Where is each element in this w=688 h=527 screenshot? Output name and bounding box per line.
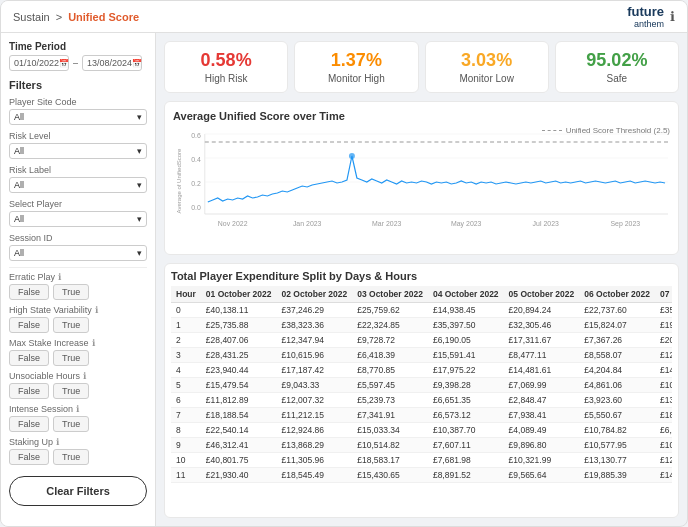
table-cell: £10,321.99 — [504, 453, 580, 468]
toggle-false-button[interactable]: False — [9, 284, 49, 300]
table-cell: £22,737.60 — [579, 303, 655, 318]
table-cell: £12,297.06 — [655, 453, 672, 468]
svg-point-17 — [349, 153, 355, 159]
table-cell: 5 — [171, 378, 201, 393]
toggle-false-button[interactable]: False — [9, 449, 49, 465]
table-row: 1£25,735.88£38,323.36£22,324.85£35,397.5… — [171, 318, 672, 333]
table-cell: £35,397.50 — [428, 318, 504, 333]
toggle-group-label: Max Stake Increase ℹ — [9, 338, 147, 348]
table-cell: £4,861.06 — [579, 378, 655, 393]
info-icon[interactable]: ℹ — [76, 404, 79, 414]
toggle-true-button[interactable]: True — [53, 449, 89, 465]
table-cell: £18,188.54 — [201, 408, 277, 423]
filter-select[interactable]: All ▾ — [9, 143, 147, 159]
table-cell: £12,924.86 — [277, 423, 353, 438]
breadcrumb-parent[interactable]: Sustain — [13, 11, 50, 23]
table-cell: £28,407.06 — [201, 333, 277, 348]
table-row: 10£40,801.75£11,305.96£18,583.17£7,681.9… — [171, 453, 672, 468]
table-cell: £2,848.47 — [504, 393, 580, 408]
chart-svg: 0.6 0.4 0.2 0.0 Nov 2022 Jan 2023 Mar — [173, 126, 670, 236]
table-cell: £10,514.82 — [352, 438, 428, 453]
table-cell: £46,312.41 — [201, 438, 277, 453]
table-cell: £17,311.67 — [504, 333, 580, 348]
clear-filters-button[interactable]: Clear Filters — [9, 476, 147, 506]
calendar-icon-2[interactable]: 📅 — [132, 59, 142, 68]
table-cell: £7,681.98 — [428, 453, 504, 468]
filter-select[interactable]: All ▾ — [9, 211, 147, 227]
logo: future anthem ℹ — [627, 4, 675, 29]
table-row: 3£28,431.25£10,615.96£6,418.39£15,591.41… — [171, 348, 672, 363]
table-cell: £19,885.39 — [579, 468, 655, 483]
kpi-label: Safe — [566, 73, 668, 84]
table-cell: £9,728.72 — [352, 333, 428, 348]
toggle-true-button[interactable]: True — [53, 350, 89, 366]
info-icon[interactable]: ℹ — [670, 9, 675, 24]
table-cell: £18,175.59 — [655, 408, 672, 423]
table-cell: £40,138.11 — [201, 303, 277, 318]
info-icon[interactable]: ℹ — [83, 371, 86, 381]
table-cell: £11,212.15 — [277, 408, 353, 423]
filter-select[interactable]: All ▾ — [9, 177, 147, 193]
toggle-false-button[interactable]: False — [9, 383, 49, 399]
table-cell: £21,930.40 — [201, 468, 277, 483]
toggle-group-label: Erratic Play ℹ — [9, 272, 147, 282]
table-cell: £7,938.41 — [504, 408, 580, 423]
calendar-icon[interactable]: 📅 — [59, 59, 69, 68]
table-cell: £9,398.28 — [428, 378, 504, 393]
date-range: 01/10/2022 📅 – 13/08/2024 📅 — [9, 55, 147, 71]
date-from-input[interactable]: 01/10/2022 📅 — [9, 55, 69, 71]
toggle-true-button[interactable]: True — [53, 317, 89, 333]
table-header: 02 October 2022 — [277, 286, 353, 303]
table-cell: £20,190.00 — [655, 333, 672, 348]
chart-legend: Unified Score Threshold (2.5) — [542, 126, 670, 135]
table-cell: £8,891.52 — [428, 468, 504, 483]
table-cell: 4 — [171, 363, 201, 378]
table-row: 8£22,540.14£12,924.86£15,033.34£10,387.7… — [171, 423, 672, 438]
svg-text:0.2: 0.2 — [191, 180, 201, 187]
date-to-input[interactable]: 13/08/2024 📅 — [82, 55, 142, 71]
toggle-true-button[interactable]: True — [53, 383, 89, 399]
table-cell: £17,187.42 — [277, 363, 353, 378]
table-row: 11£21,930.40£18,545.49£15,430.65£8,891.5… — [171, 468, 672, 483]
table-cell: £12,347.94 — [277, 333, 353, 348]
filter-select[interactable]: All ▾ — [9, 109, 147, 125]
table-row: 7£18,188.54£11,212.15£7,341.91£6,573.12£… — [171, 408, 672, 423]
kpi-card: 95.02% Safe — [555, 41, 679, 93]
time-period-label: Time Period — [9, 41, 147, 52]
svg-text:May 2023: May 2023 — [451, 220, 482, 228]
toggle-true-button[interactable]: True — [53, 416, 89, 432]
table-cell: £11,812.89 — [201, 393, 277, 408]
info-icon[interactable]: ℹ — [56, 437, 59, 447]
info-icon[interactable]: ℹ — [92, 338, 95, 348]
table-cell: 10 — [171, 453, 201, 468]
toggle-true-button[interactable]: True — [53, 284, 89, 300]
kpi-value: 0.58% — [175, 50, 277, 71]
filter-group-label: Select Player — [9, 199, 147, 209]
table-row: 5£15,479.54£9,043.33£5,597.45£9,398.28£7… — [171, 378, 672, 393]
table-cell: £9,565.64 — [504, 468, 580, 483]
chevron-down-icon: ▾ — [137, 146, 142, 156]
main-content: 0.58% High Risk 1.37% Monitor High 3.03%… — [156, 33, 687, 526]
table-cell: £8,477.11 — [504, 348, 580, 363]
table-cell: £37,246.29 — [277, 303, 353, 318]
toggle-group: Intense Session ℹ False True — [9, 404, 147, 432]
table-cell: £5,239.73 — [352, 393, 428, 408]
table-cell: £25,735.88 — [201, 318, 277, 333]
toggle-false-button[interactable]: False — [9, 317, 49, 333]
svg-text:Mar 2023: Mar 2023 — [372, 220, 401, 227]
svg-text:Jan 2023: Jan 2023 — [293, 220, 322, 227]
info-icon[interactable]: ℹ — [95, 305, 98, 315]
table-cell: £6,418.39 — [352, 348, 428, 363]
table-cell: £23,940.44 — [201, 363, 277, 378]
filter-group: Session ID All ▾ — [9, 233, 147, 261]
kpi-label: High Risk — [175, 73, 277, 84]
table-cell: £19,379.00 — [655, 318, 672, 333]
table-cell: £17,975.22 — [428, 363, 504, 378]
breadcrumb: Sustain > Unified Score — [13, 11, 139, 23]
toggle-false-button[interactable]: False — [9, 416, 49, 432]
info-icon[interactable]: ℹ — [58, 272, 61, 282]
table-wrapper[interactable]: Hour01 October 202202 October 202203 Oct… — [171, 286, 672, 507]
toggle-false-button[interactable]: False — [9, 350, 49, 366]
toggle-row: False True — [9, 350, 147, 366]
filter-select[interactable]: All ▾ — [9, 245, 147, 261]
